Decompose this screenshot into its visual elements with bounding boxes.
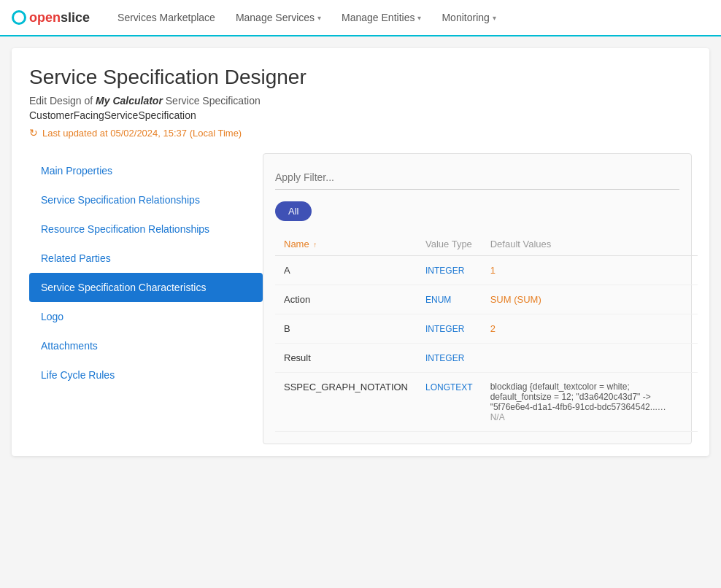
cell-type: ENUM: [417, 285, 482, 314]
table-row: ActionENUMSUM (SUM): [275, 285, 698, 314]
cell-name: Result: [275, 344, 417, 373]
sidebar-item-1[interactable]: Service Specification Relationships: [29, 185, 263, 214]
nav-services-marketplace[interactable]: Services Marketplace: [107, 0, 225, 36]
table-row: SSPEC_GRAPH_NOTATIONLONGTEXTblockdiag {d…: [275, 373, 698, 432]
sidebar-item-5[interactable]: Logo: [29, 302, 263, 331]
filter-buttons: All: [275, 201, 679, 221]
cell-default: blockdiag {default_textcolor = white; de…: [482, 373, 698, 432]
nav-manage-entities[interactable]: Manage Entities ▾: [331, 0, 431, 36]
brand-circle-icon: [12, 10, 26, 25]
cell-default: 1: [482, 256, 698, 285]
table-row: ResultINTEGER: [275, 344, 698, 373]
nav-monitoring[interactable]: Monitoring ▾: [431, 0, 506, 36]
page-wrapper: Service Specification Designer Edit Desi…: [12, 48, 709, 456]
cell-default: SUM (SUM): [482, 285, 698, 314]
cell-type: INTEGER: [417, 256, 482, 285]
filter-input[interactable]: [275, 166, 679, 190]
edit-line: Edit Design of My Calculator Service Spe…: [29, 95, 692, 107]
page-title: Service Specification Designer: [29, 66, 692, 89]
edit-suffix: Service Specification: [163, 95, 261, 107]
edit-prefix: Edit Design of: [29, 95, 96, 107]
brand-logo[interactable]: open slice: [12, 10, 90, 26]
navbar: open slice Services Marketplace Manage S…: [0, 0, 721, 36]
cell-default: [482, 344, 698, 373]
cell-type: INTEGER: [417, 314, 482, 344]
col-default-header: Default Values: [482, 233, 698, 256]
sidebar-item-6[interactable]: Attachments: [29, 331, 263, 360]
cell-name: Action: [275, 285, 417, 314]
main-layout: Main PropertiesService Specification Rel…: [29, 153, 692, 456]
sidebar-item-7[interactable]: Life Cycle Rules: [29, 360, 263, 390]
cell-name: B: [275, 314, 417, 344]
chevron-down-icon: ▾: [417, 14, 421, 22]
cell-default: 2: [482, 314, 698, 344]
filter-all-button[interactable]: All: [275, 201, 312, 221]
cell-type: LONGTEXT: [417, 373, 482, 432]
chevron-down-icon: ▾: [493, 14, 496, 22]
table-header-row: Name ↑ Value Type Default Values: [275, 233, 698, 256]
sidebar-item-4[interactable]: Service Specification Characteristics: [29, 273, 263, 302]
sidebar-item-3[interactable]: Related Parties: [29, 244, 263, 273]
sidebar: Main PropertiesService Specification Rel…: [29, 153, 263, 456]
last-updated: ↻ Last updated at 05/02/2024, 15:37 (Loc…: [29, 127, 692, 139]
cell-name: A: [275, 256, 417, 285]
refresh-icon: ↻: [29, 127, 38, 139]
table-row: AINTEGER1: [275, 256, 698, 285]
sort-arrow-icon: ↑: [313, 241, 317, 249]
col-type-header: Value Type: [417, 233, 482, 256]
content-area: All Name ↑ Value Type Default Values: [263, 153, 692, 444]
cell-name: SSPEC_GRAPH_NOTATION: [275, 373, 417, 432]
nav-manage-services[interactable]: Manage Services ▾: [225, 0, 331, 36]
sidebar-item-0[interactable]: Main Properties: [29, 156, 263, 185]
data-table: Name ↑ Value Type Default Values AINTEGE…: [275, 233, 698, 432]
spec-type: CustomerFacingServiceSpecification: [29, 109, 692, 121]
chevron-down-icon: ▾: [317, 14, 321, 22]
sidebar-item-2[interactable]: Resource Specification Relationships: [29, 214, 263, 244]
last-updated-text: Last updated at 05/02/2024, 15:37 (Local…: [42, 128, 242, 139]
spec-name: My Calculator: [96, 95, 163, 107]
brand-open-text: open: [29, 10, 61, 26]
cell-type: INTEGER: [417, 344, 482, 373]
col-name-header[interactable]: Name ↑: [275, 233, 417, 256]
brand-slice-text: slice: [61, 10, 90, 26]
table-row: BINTEGER2: [275, 314, 698, 344]
